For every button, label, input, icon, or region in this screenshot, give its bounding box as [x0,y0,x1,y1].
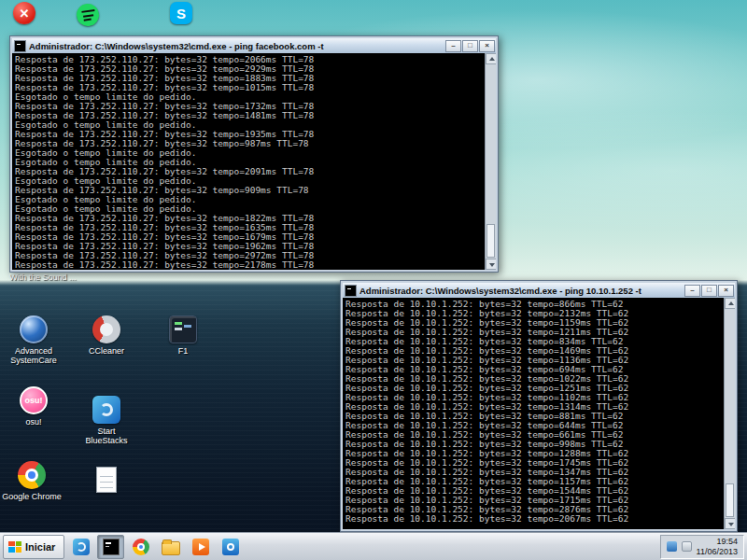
advanced-systemcare-icon [20,315,48,343]
clock-date: 11/06/2013 [697,547,738,557]
f1-icon [169,315,197,343]
desktop-overlay-text: With the Sound ... [9,273,77,282]
cmd-window-ping-facebook: Administrador: C:\Windows\system32\cmd.e… [9,35,499,273]
movie-player-icon [222,539,239,555]
text-document-icon [96,467,117,493]
console-text: Resposta de 173.252.110.27: bytes=32 tem… [12,53,496,270]
window-title: Administrador: C:\Windows\system32\cmd.e… [359,286,684,296]
titlebar[interactable]: Administrador: C:\Windows\system32\cmd.e… [12,38,496,53]
close-button[interactable]: × [479,40,495,52]
ccleaner-icon [92,315,120,343]
quicklaunch-chrome[interactable] [127,535,154,559]
chrome-icon [133,539,149,555]
shortcut-label: Google Chrome [2,492,62,501]
volume-tray-icon[interactable] [682,541,692,552]
shortcut-label: F1 [153,346,213,356]
window-title: Administrador: C:\Windows\system32\cmd.e… [29,41,444,51]
scrollbar-thumb[interactable] [486,224,495,258]
scroll-up-icon[interactable] [486,53,496,64]
maximize-button[interactable]: □ [462,40,478,52]
desktop-shortcut-spotify[interactable] [58,4,118,26]
skype-icon: S [170,2,192,24]
scroll-down-icon[interactable] [486,259,496,270]
quicklaunch-bluestacks[interactable] [67,535,94,559]
spotify-icon [75,2,100,27]
minimize-button[interactable]: – [445,40,461,52]
shortcut-label: Start BlueStacks [77,427,136,445]
vertical-scrollbar[interactable] [724,298,735,529]
quicklaunch-explorer[interactable] [157,535,184,559]
shortcut-label: Advanced SystemCare [4,346,63,365]
desktop-shortcut-skype[interactable]: S [151,2,211,24]
desktop-screen: With the Sound ... ✕ S Advanced SystemCa… [0,0,747,560]
scroll-down-icon[interactable] [725,518,735,529]
blocked-icon: ✕ [13,2,35,24]
desktop-shortcut-blocked[interactable]: ✕ [0,2,54,24]
console-text: Resposta de 10.10.1.252: bytes=32 tempo=… [343,298,735,524]
desktop-shortcut-advanced-systemcare[interactable]: Advanced SystemCare [4,315,63,365]
chrome-icon [18,461,46,489]
start-button[interactable]: Iniciar [3,535,64,559]
clock-time: 19:54 [697,537,738,547]
shortcut-label: CCleaner [77,346,136,356]
start-label: Iniciar [25,541,55,553]
cmd-icon [14,40,26,52]
maximize-button[interactable]: □ [701,285,717,297]
bluestacks-icon [73,539,90,555]
close-button[interactable]: × [718,285,734,297]
minimize-button[interactable]: – [684,285,700,297]
windows-logo-icon [8,541,21,553]
desktop-shortcut-ccleaner[interactable]: CCleaner [77,315,136,356]
cmd-window-ping-local: Administrador: C:\Windows\system32\cmd.e… [340,280,738,532]
desktop-shortcut-f1[interactable]: F1 [153,315,213,356]
titlebar[interactable]: Administrador: C:\Windows\system32\cmd.e… [343,283,735,298]
quicklaunch-movie-player[interactable] [217,535,244,559]
folder-icon [162,541,180,555]
cmd-icon [345,285,357,297]
vertical-scrollbar[interactable] [485,53,496,270]
shortcut-label: osu! [4,417,63,427]
console-output: Resposta de 173.252.110.27: bytes=32 tem… [12,53,496,270]
cmd-icon [103,539,120,555]
desktop-shortcut-osu[interactable]: osu! osu! [4,386,63,427]
osu-icon: osu! [20,386,48,414]
quicklaunch-media-player[interactable] [187,535,214,559]
media-player-icon [192,539,209,555]
network-tray-icon[interactable] [667,541,677,552]
bluestacks-icon [92,396,120,424]
desktop-shortcut-google-chrome[interactable]: Google Chrome [2,461,62,501]
taskbar: Iniciar 19:54 11/06/2013 [0,532,747,560]
quicklaunch-cmd-active[interactable] [97,535,124,559]
desktop-shortcut-bluestacks[interactable]: Start BlueStacks [77,396,136,445]
scrollbar-thumb[interactable] [726,483,734,517]
system-tray: 19:54 11/06/2013 [660,535,744,559]
console-output: Resposta de 10.10.1.252: bytes=32 tempo=… [343,298,735,529]
taskbar-clock[interactable]: 19:54 11/06/2013 [697,537,738,557]
desktop-shortcut-text-document[interactable] [77,467,136,496]
scroll-up-icon[interactable] [725,298,735,309]
